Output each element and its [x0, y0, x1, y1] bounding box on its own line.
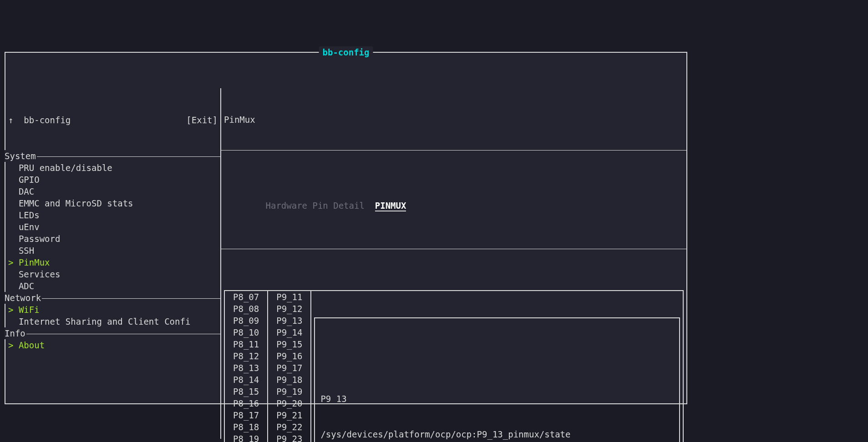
caret-icon [8, 280, 19, 292]
pin-p9_22[interactable]: P9_22 [276, 421, 302, 433]
sidebar: ↑ bb-config [Exit] SystemPRU enable/disa… [5, 88, 221, 439]
tab-pinmux[interactable]: PINMUX [375, 201, 406, 211]
tab-hardware-pin-detail[interactable]: Hardware Pin Detail [266, 201, 365, 211]
pin-p8_18[interactable]: P8_18 [233, 421, 259, 433]
section-header: Info [5, 327, 220, 339]
caret-icon [8, 221, 19, 233]
caret-icon [8, 268, 19, 280]
caret-icon [8, 162, 19, 174]
pin-p9_17[interactable]: P9_17 [276, 362, 302, 374]
pin-detail-box: P9_13 /sys/devices/platform/ocp/ocp:P9_1… [314, 317, 680, 442]
pin-p8_11[interactable]: P8_11 [233, 338, 259, 350]
pin-p8_15[interactable]: P8_15 [233, 386, 259, 397]
pin-p9_23[interactable]: P9_23 [276, 433, 302, 442]
sidebar-item-label: Internet Sharing and Client Confi [19, 316, 191, 326]
sidebar-header: ↑ bb-config [Exit] [5, 112, 220, 126]
pin-p8_07[interactable]: P8_07 [233, 291, 259, 303]
section-title: System [5, 150, 37, 162]
pin-p9_14[interactable]: P9_14 [276, 326, 302, 338]
sidebar-item-label: WiFi [19, 305, 40, 315]
pin-p8_08[interactable]: P8_08 [233, 303, 259, 315]
sidebar-item-label: About [19, 340, 45, 350]
caret-icon [8, 256, 19, 268]
caret-icon [8, 197, 19, 209]
sidebar-item-label: LEDs [19, 210, 40, 220]
sidebar-item-services[interactable]: Services [5, 268, 220, 280]
content-pane: PinMux Hardware Pin Detail PINMUX P8_07P… [221, 88, 686, 439]
caret-icon [8, 316, 19, 327]
sidebar-item-pru-enable-disable[interactable]: PRU enable/disable [5, 162, 220, 174]
app-title: bb-config [319, 46, 373, 58]
pin-p9_20[interactable]: P9_20 [276, 397, 302, 409]
sidebar-title: bb-config [24, 114, 186, 126]
sidebar-item-label: PRU enable/disable [19, 163, 112, 173]
sidebar-item-ssh[interactable]: SSH [5, 245, 220, 256]
sidebar-item-dac[interactable]: DAC [5, 186, 220, 197]
sidebar-item-password[interactable]: Password [5, 233, 220, 245]
pin-p9_12[interactable]: P9_12 [276, 303, 302, 315]
pin-p8_17[interactable]: P8_17 [233, 409, 259, 421]
sidebar-item-label: ADC [19, 281, 34, 291]
pin-p9_16[interactable]: P9_16 [276, 350, 302, 362]
pin-p9_21[interactable]: P9_21 [276, 409, 302, 421]
pin-p8_14[interactable]: P8_14 [233, 374, 259, 386]
selected-pin-path: /sys/devices/platform/ocp/ocp:P9_13_pinm… [320, 428, 674, 440]
pin-detail-header: P9_13 /sys/devices/platform/ocp/ocp:P9_1… [316, 367, 678, 442]
pin-column-p9[interactable]: P9_11P9_12P9_13P9_14P9_15P9_16P9_17P9_18… [268, 291, 311, 442]
page-title: PinMux [221, 112, 686, 126]
pin-column-p8[interactable]: P8_07P8_08P8_09P8_10P8_11P8_12P8_13P8_14… [225, 291, 268, 442]
pin-p8_16[interactable]: P8_16 [233, 397, 259, 409]
pin-p8_19[interactable]: P8_19 [233, 433, 259, 442]
pin-p9_15[interactable]: P9_15 [276, 338, 302, 350]
tab-bar: Hardware Pin Detail PINMUX [221, 186, 686, 225]
divider [221, 150, 686, 151]
sidebar-item-adc[interactable]: ADC [5, 280, 220, 292]
exit-button[interactable]: [Exit] [186, 114, 218, 126]
pin-p9_13[interactable]: P9_13 [276, 315, 302, 326]
selected-pin-name: P9_13 [320, 393, 674, 405]
sidebar-item-emmc-and-microsd-stats[interactable]: EMMC and MicroSD stats [5, 197, 220, 209]
pin-p9_19[interactable]: P9_19 [276, 386, 302, 397]
sidebar-item-gpio[interactable]: GPIO [5, 174, 220, 186]
sidebar-item-about[interactable]: About [5, 339, 220, 351]
pin-p8_13[interactable]: P8_13 [233, 362, 259, 374]
up-arrow-icon[interactable]: ↑ [8, 114, 13, 126]
caret-icon [8, 233, 19, 245]
section-header: System [5, 150, 220, 162]
sidebar-item-uenv[interactable]: uEnv [5, 221, 220, 233]
caret-icon [8, 174, 19, 186]
caret-icon [8, 304, 19, 316]
sidebar-item-label: SSH [19, 246, 34, 256]
sidebar-item-pinmux[interactable]: PinMux [5, 256, 220, 268]
sidebar-item-internet-sharing-and-client-confi[interactable]: Internet Sharing and Client Confi [5, 316, 220, 327]
caret-icon [8, 209, 19, 221]
pin-p8_10[interactable]: P8_10 [233, 326, 259, 338]
main-columns: ↑ bb-config [Exit] SystemPRU enable/disa… [5, 88, 686, 439]
sidebar-item-label: PinMux [19, 257, 50, 267]
pinmux-panel: P8_07P8_08P8_09P8_10P8_11P8_12P8_13P8_14… [224, 290, 684, 442]
pin-p9_18[interactable]: P9_18 [276, 374, 302, 386]
pin-detail-wrapper: P9_13 /sys/devices/platform/ocp/ocp:P9_1… [311, 291, 683, 442]
sidebar-item-label: GPIO [19, 175, 40, 185]
sidebar-item-label: Services [19, 269, 61, 279]
caret-icon [8, 245, 19, 256]
section-title: Network [5, 292, 42, 304]
pin-p8_09[interactable]: P8_09 [233, 315, 259, 326]
section-header: Network [5, 292, 220, 304]
sidebar-item-label: DAC [19, 186, 34, 196]
sidebar-item-leds[interactable]: LEDs [5, 209, 220, 221]
section-title: Info [5, 327, 26, 339]
app-frame: bb-config ↑ bb-config [Exit] SystemPRU e… [5, 52, 687, 404]
pin-p8_12[interactable]: P8_12 [233, 350, 259, 362]
sidebar-item-label: EMMC and MicroSD stats [19, 198, 133, 208]
sidebar-item-label: uEnv [19, 222, 40, 232]
caret-icon [8, 186, 19, 197]
sidebar-item-label: Password [19, 234, 61, 244]
sidebar-item-wifi[interactable]: WiFi [5, 304, 220, 316]
caret-icon [8, 339, 19, 351]
divider [221, 249, 686, 249]
pin-p9_11[interactable]: P9_11 [276, 291, 302, 303]
